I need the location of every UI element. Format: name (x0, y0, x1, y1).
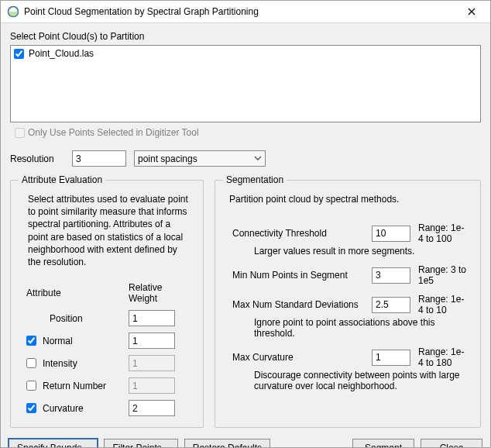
cloud-checkbox[interactable] (14, 49, 24, 59)
attribute-evaluation-legend: Attribute Evaluation (19, 174, 105, 185)
max-curvature-hint: Discourage connectivity between points w… (254, 370, 468, 391)
list-item[interactable]: Point_Cloud.las (14, 47, 477, 60)
attr-label-text: Position (50, 313, 83, 324)
connectivity-threshold-input[interactable] (372, 226, 410, 242)
attr-checkbox[interactable] (26, 358, 36, 368)
resolution-units-value: point spacings (138, 153, 197, 164)
app-icon (7, 5, 19, 18)
attr-normal-weight[interactable] (129, 333, 175, 349)
attr-curvature-weight[interactable] (129, 400, 175, 416)
segmentation-legend: Segmentation (223, 174, 287, 185)
min-points-label: Min Num Points in Segment (232, 270, 364, 281)
window-title: Point Cloud Segmentation by Spectral Gra… (24, 6, 456, 17)
only-selected-box[interactable] (15, 128, 25, 138)
max-std-dev-range: Range: 1e-4 to 10 (418, 294, 468, 315)
specify-bounds-button[interactable]: Specify Bounds... (9, 439, 98, 448)
attr-normal-checkbox[interactable]: Normal (26, 336, 119, 346)
attr-checkbox[interactable] (26, 381, 36, 391)
button-bar: Specify Bounds... Filter Points... Resto… (1, 432, 490, 448)
restore-defaults-button[interactable]: Restore Defaults (184, 439, 270, 448)
attr-return-number-weight (129, 377, 175, 394)
attr-intensity-weight (129, 355, 175, 371)
close-icon[interactable] (456, 1, 487, 22)
cloud-name: Point_Cloud.las (29, 48, 94, 59)
attribute-evaluation-desc: Select attributes used to evaluate point… (28, 193, 191, 268)
max-std-dev-input[interactable] (372, 297, 410, 313)
attribute-column-header: Attribute (26, 288, 119, 298)
min-points-input[interactable] (372, 267, 410, 284)
max-std-dev-label: Max Num Standard Deviations (232, 299, 364, 310)
attr-intensity-checkbox[interactable]: Intensity (26, 358, 119, 369)
close-button[interactable]: Close (421, 439, 482, 448)
resolution-input[interactable] (72, 150, 126, 167)
select-clouds-label: Select Point Cloud(s) to Partition (10, 31, 481, 42)
attribute-evaluation-group: Attribute Evaluation Select attributes u… (10, 174, 204, 428)
segment-button[interactable]: Segment (352, 439, 414, 448)
resolution-label: Resolution (10, 153, 64, 164)
cloud-listbox[interactable]: Point_Cloud.las (10, 45, 481, 122)
only-selected-checkbox[interactable]: Only Use Points Selected in Digitizer To… (15, 127, 481, 138)
attr-label-text: Normal (43, 336, 73, 346)
connectivity-threshold-hint: Larger values result in more segments. (254, 246, 468, 257)
max-curvature-range: Range: 1e-4 to 180 (418, 346, 468, 368)
max-curvature-label: Max Curvature (232, 352, 310, 363)
chevron-down-icon (254, 153, 262, 164)
attr-label-text: Return Number (43, 381, 106, 391)
resolution-units-select[interactable]: point spacings (134, 150, 266, 167)
attr-return-number-checkbox[interactable]: Return Number (26, 381, 119, 391)
min-points-range: Range: 3 to 1e5 (418, 264, 468, 286)
segmentation-group: Segmentation Partition point cloud by sp… (215, 174, 481, 428)
max-curvature-input[interactable] (372, 350, 410, 366)
titlebar: Point Cloud Segmentation by Spectral Gra… (1, 1, 490, 23)
connectivity-threshold-label: Connectivity Threshold (232, 228, 364, 239)
weight-column-header: Relative Weight (129, 282, 191, 304)
connectivity-threshold-range: Range: 1e-4 to 100 (418, 222, 468, 244)
attr-label-text: Curvature (43, 403, 84, 414)
attr-curvature-checkbox[interactable]: Curvature (26, 403, 119, 414)
max-std-dev-hint: Ignore point to point associations above… (254, 317, 468, 339)
attr-position-weight[interactable] (129, 310, 175, 326)
attr-checkbox[interactable] (26, 336, 36, 346)
filter-points-button[interactable]: Filter Points... (104, 439, 177, 448)
attr-checkbox[interactable] (26, 403, 36, 413)
attr-label-text: Intensity (43, 358, 77, 369)
only-selected-label: Only Use Points Selected in Digitizer To… (28, 127, 199, 138)
segmentation-desc: Partition point cloud by spectral method… (229, 193, 468, 205)
attr-position-label: Position (26, 313, 119, 324)
